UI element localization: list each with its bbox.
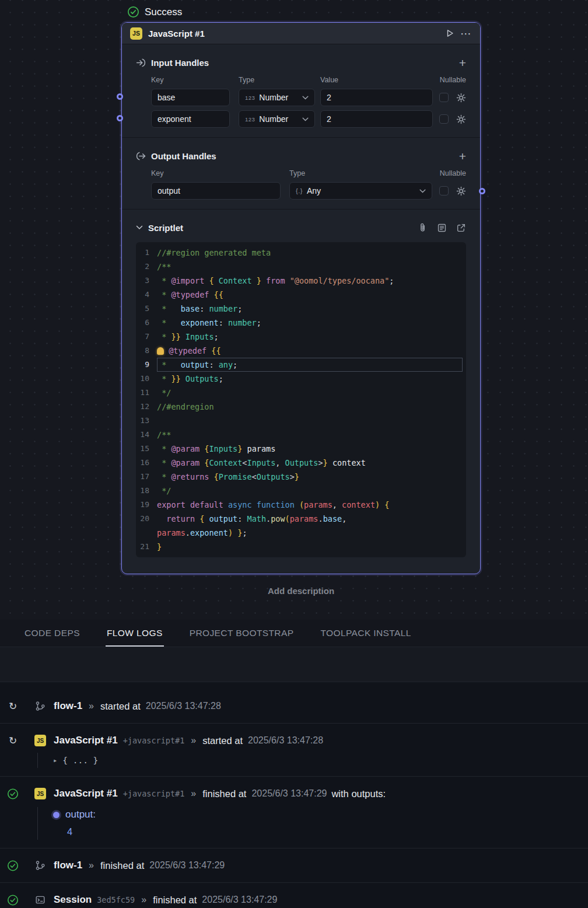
settings-gear-icon[interactable]	[456, 186, 466, 196]
code-line[interactable]: 2/**	[136, 260, 466, 274]
code-line[interactable]: 16 * @param {Context<Inputs, Outputs>} c…	[136, 456, 466, 470]
line-number: 9	[136, 358, 157, 372]
separator: »	[191, 788, 196, 799]
key-input[interactable]: base	[151, 89, 230, 106]
nullable-checkbox[interactable]	[439, 114, 449, 124]
scriptlet-section: Scriptlet 1//#region generated meta2/**3…	[122, 209, 480, 567]
value-input[interactable]: 2	[320, 89, 433, 106]
scriptlet-title: Scriptlet	[148, 223, 183, 233]
code-line[interactable]: 5 * base: number;	[136, 302, 466, 316]
add-input-button[interactable]: +	[459, 57, 466, 69]
session-icon	[35, 895, 46, 905]
log-entry[interactable]: JSJavaScript #1+javascript#1»finished at…	[0, 776, 588, 848]
output-value: 4	[67, 825, 588, 839]
log-timestamp: 2025/6/3 13:47:29	[202, 895, 277, 905]
nullable-checkbox[interactable]	[439, 93, 449, 102]
code-line[interactable]: params.exponent) };	[136, 526, 466, 540]
value-input[interactable]: 2	[320, 110, 433, 128]
tab-code-deps[interactable]: CODE DEPS	[23, 620, 81, 647]
log-timestamp: 2025/6/3 13:47:29	[251, 788, 327, 799]
collapse-chevron-icon[interactable]	[136, 225, 143, 230]
type-select[interactable]: 123 Number	[239, 110, 315, 128]
separator: »	[141, 895, 146, 905]
code-line[interactable]: 20 return { output: Math.pow(params.base…	[136, 512, 466, 526]
node-header[interactable]: JS JavaScript #1 ⋯	[122, 23, 480, 44]
code-line[interactable]: 18 */	[136, 484, 466, 498]
code-line[interactable]: 6 * exponent: number;	[136, 316, 466, 330]
tab-bar: CODE DEPSFLOW LOGSPROJECT BOOTSTRAPTOOLP…	[0, 620, 588, 647]
code-line[interactable]: 9 * output: any;	[136, 358, 466, 372]
open-external-icon[interactable]	[456, 223, 466, 233]
log-trailing: with outputs:	[331, 788, 386, 799]
settings-gear-icon[interactable]	[456, 93, 466, 103]
code-line[interactable]: 17 * @returns {Promise<Outputs>}	[136, 470, 466, 484]
tab-flow-logs[interactable]: FLOW LOGS	[106, 620, 164, 647]
more-menu-button[interactable]: ⋯	[460, 27, 472, 40]
settings-gear-icon[interactable]	[456, 114, 466, 124]
log-event: finished at	[202, 788, 246, 799]
javascript-icon: JS	[130, 27, 142, 40]
log-title: flow-1	[54, 700, 82, 712]
code-line[interactable]: 1//#region generated meta	[136, 246, 466, 260]
log-timestamp: 2025/6/3 13:47:28	[146, 701, 221, 711]
node-javascript-1[interactable]: JS JavaScript #1 ⋯ Input Handles + Key T…	[121, 22, 481, 574]
line-number: 13	[136, 414, 157, 428]
code-line[interactable]: 12//#endregion	[136, 400, 466, 414]
log-entry[interactable]: Session3ed5fc59»finished at2025/6/3 13:4…	[0, 882, 588, 908]
input-columns: Key Type Value Nullable	[151, 76, 466, 84]
code-line[interactable]: 21}	[136, 540, 466, 554]
log-entry[interactable]: ↻JSJavaScript #1+javascript#1»started at…	[0, 723, 588, 776]
javascript-icon: JS	[34, 735, 46, 746]
key-input[interactable]: exponent	[151, 110, 230, 128]
code-line[interactable]: 11 */	[136, 386, 466, 400]
expand-triangle-icon[interactable]: ▸	[53, 756, 57, 764]
log-event: finished at	[153, 895, 197, 906]
flow-icon	[35, 860, 46, 871]
line-number: 7	[136, 330, 157, 344]
input-row-base: base 123 Number 2	[151, 89, 466, 106]
code-line[interactable]: 14/**	[136, 428, 466, 442]
add-output-button[interactable]: +	[459, 150, 466, 162]
line-number: 18	[136, 484, 157, 498]
collapsed-object[interactable]: ▸{ ... }	[37, 753, 588, 768]
input-handle-base[interactable]	[117, 93, 123, 100]
code-line[interactable]: 8 @typedef {{	[136, 344, 466, 358]
log-event: started at	[100, 701, 141, 712]
key-input[interactable]: output	[151, 182, 281, 200]
code-editor[interactable]: 1//#region generated meta2/**3 * @import…	[136, 242, 466, 557]
output-dot-icon	[53, 812, 60, 818]
notebook-icon[interactable]	[437, 223, 447, 233]
input-handles-section: Input Handles + Key Type Value Nullable …	[122, 44, 480, 138]
log-entry[interactable]: ↻flow-1»started at2025/6/3 13:47:28	[0, 682, 588, 723]
flow-canvas[interactable]: Success JS JavaScript #1 ⋯ Input Handles…	[0, 0, 588, 620]
log-title: flow-1	[54, 860, 82, 871]
nullable-checkbox[interactable]	[439, 186, 449, 195]
type-select[interactable]: {.} Any	[289, 182, 432, 200]
number-type-icon: 123	[245, 116, 255, 123]
code-line[interactable]: 13	[136, 414, 466, 428]
line-number: 15	[136, 442, 157, 456]
type-select[interactable]: 123 Number	[239, 89, 315, 106]
any-type-icon: {.}	[296, 187, 303, 194]
tab-toolpack-install[interactable]: TOOLPACK INSTALL	[319, 620, 412, 647]
output-label: output:	[65, 809, 96, 820]
code-line[interactable]: 10 * }} Outputs;	[136, 372, 466, 386]
add-description-button[interactable]: Add description	[121, 586, 481, 596]
code-line[interactable]: 7 * }} Inputs;	[136, 330, 466, 344]
code-line[interactable]: 19export default async function (params,…	[136, 498, 466, 512]
code-line[interactable]: 4 * @typedef {{	[136, 288, 466, 302]
code-line[interactable]: 3 * @import { Context } from "@oomol/typ…	[136, 274, 466, 288]
lightbulb-icon[interactable]	[157, 347, 164, 355]
separator: »	[191, 735, 196, 746]
output-handle-output[interactable]	[479, 188, 485, 194]
tab-project-bootstrap[interactable]: PROJECT BOOTSTRAP	[188, 620, 295, 647]
line-number: 14	[136, 428, 157, 442]
input-handle-exponent[interactable]	[117, 115, 123, 121]
log-timestamp: 2025/6/3 13:47:28	[248, 735, 323, 746]
log-node-id: +javascript#1	[123, 789, 185, 798]
log-title: Session	[54, 894, 92, 906]
code-line[interactable]: 15 * @param {Inputs} params	[136, 442, 466, 456]
log-entry[interactable]: flow-1»finished at2025/6/3 13:47:29	[0, 848, 588, 882]
run-node-button[interactable]	[445, 29, 454, 38]
attachment-icon[interactable]	[418, 223, 428, 233]
